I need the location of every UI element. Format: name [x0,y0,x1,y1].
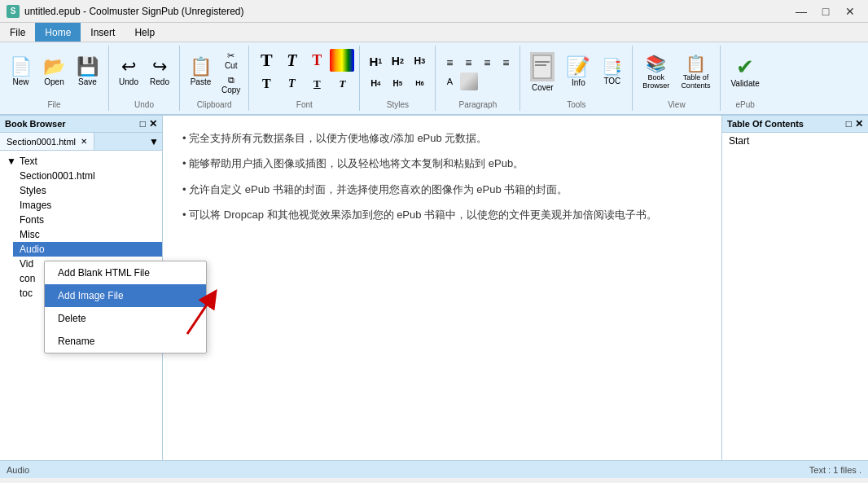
tree-item-images[interactable]: Images [13,198,162,213]
paste-label: Paste [191,77,212,86]
font-t5-button[interactable]: T [254,72,278,95]
menu-help[interactable]: Help [125,23,164,42]
app-icon: S [7,5,20,18]
ribbon-group-font: T T T T T T T Font [249,46,360,111]
title-bar: S untitled.epub - Coolmuster SignPub (Un… [0,0,868,23]
paragraph-group-label: Paragraph [441,99,515,111]
tree-item-text[interactable]: ▼ Text [0,154,162,169]
book-browser-header: Book Browser □ ✕ [0,116,162,133]
tree-item-fonts[interactable]: Fonts [13,213,162,227]
panel-minimize-button[interactable]: □ [140,118,146,130]
section-tab-close[interactable]: ✕ [81,137,87,146]
copy-button[interactable]: ⧉ Copy [218,73,243,96]
ctx-add-blank-html[interactable]: Add Blank HTML File [45,261,206,284]
h2-button[interactable]: H2 [387,50,408,72]
font-t1-button[interactable]: T [254,49,278,72]
tree-item-styles[interactable]: Styles [13,183,162,198]
info-icon: 📝 [566,57,590,77]
tree-item-audio[interactable]: Audio [13,242,162,257]
book-browser-button[interactable]: 📚 BookBrowser [638,53,674,92]
ribbon-group-paragraph: ≡ ≡ ≡ ≡ A Paragraph [436,46,520,111]
info-label: Info [572,78,585,87]
font-color-button[interactable] [330,49,354,72]
toc-minimize-button[interactable]: □ [846,118,852,130]
info-button[interactable]: 📝 Info [561,55,595,90]
tree-item-section[interactable]: Section0001.html [13,169,162,183]
paste-button[interactable]: 📋 Paste [185,55,217,89]
maximize-button[interactable]: □ [814,2,837,20]
tree-item-styles-label: Styles [20,185,46,196]
tools-group-label: Tools [525,99,627,111]
menu-home[interactable]: Home [35,23,81,42]
tree-item-section-label: Section0001.html [20,170,95,182]
cut-button[interactable]: ✂ Cut [218,49,243,72]
ribbon: 📄 New 📂 Open 💾 Save File ↩ Undo [0,42,868,116]
toc-controls: □ ✕ [846,118,863,130]
toc-label: TOC [603,77,620,86]
tree-item-label: Text [20,156,37,167]
font-t6-button[interactable]: T [279,72,304,95]
section-tab-label: Section0001.html [7,137,76,147]
clipboard-group-items: 📋 Paste ✂ Cut ⧉ Copy [185,46,243,99]
redo-button[interactable]: ↪ Redo [145,55,174,89]
table-contents-button[interactable]: 📋 Table ofContents [676,53,715,92]
undo-button[interactable]: ↩ Undo [114,55,143,89]
editor-content[interactable]: • 完全支持所有元数据条目，以便方便地修改/添加 ePub 元数据。 • 能够帮… [163,116,721,460]
format-table-button[interactable]: A [441,72,458,90]
tab-scroll-button[interactable]: ▼ [146,133,162,150]
epub-group-items: ✔ Validate [726,46,764,99]
close-button[interactable]: ✕ [839,2,861,20]
copy-label: Copy [221,86,240,94]
toc-close-button[interactable]: ✕ [855,118,863,130]
tree-item-audio-label: Audio [20,244,45,255]
clipboard-group-label: Clipboard [185,99,243,111]
save-icon: 💾 [77,58,99,76]
panel-close-button[interactable]: ✕ [149,118,157,130]
align-left-button[interactable]: ≡ [441,54,458,72]
align-center-button[interactable]: ≡ [459,54,477,72]
font-t8-button[interactable]: T [330,72,354,95]
toc-item-start[interactable]: Start [722,133,868,149]
cut-icon: ✂ [227,50,235,61]
font-t2-button[interactable]: T [279,49,304,72]
section-tab[interactable]: Section0001.html ✕ [0,133,94,150]
expand-icon: ▼ [7,156,16,167]
menu-insert[interactable]: Insert [81,23,125,42]
h1-button[interactable]: H1 [365,50,386,72]
ribbon-group-clipboard: 📋 Paste ✂ Cut ⧉ Copy Clipboard [180,46,249,111]
toc-button[interactable]: 📑 TOC [597,56,627,88]
ribbon-group-undo: ↩ Undo ↪ Redo Undo [109,46,180,111]
tree-item-misc[interactable]: Misc [13,227,162,242]
new-button[interactable]: 📄 New [5,55,37,89]
font-group-items: T T T T T T T [254,46,354,99]
font-t7-button[interactable]: T [305,72,329,95]
font-t3-button[interactable]: T [305,49,329,72]
align-justify-button[interactable]: ≡ [497,54,515,72]
styles-group-items: H1 H2 H3 H4 H5 H6 [365,46,430,99]
context-arrow [179,289,228,340]
save-button[interactable]: 💾 Save [72,55,103,89]
background-color-button[interactable] [460,72,478,90]
menu-file[interactable]: File [0,23,35,42]
h3-button[interactable]: H3 [409,50,430,72]
editor-line-2: • 能够帮助用户插入图像或插图，以及轻松地将文本复制和粘贴到 ePub。 [182,154,702,173]
ribbon-group-file: 📄 New 📂 Open 💾 Save File [0,46,109,111]
open-button[interactable]: 📂 Open [38,55,70,89]
svg-rect-2 [535,64,546,66]
align-right-button[interactable]: ≡ [478,54,496,72]
toc-panel: Table Of Contents □ ✕ Start [721,116,868,460]
title-bar-left: S untitled.epub - Coolmuster SignPub (Un… [7,5,243,18]
redo-icon: ↪ [152,58,167,76]
tree-item-fonts-label: Fonts [20,214,44,226]
cover-button[interactable]: Cover [525,50,559,94]
svg-rect-0 [533,55,551,78]
validate-label: Validate [730,79,759,88]
paragraph-group-items: ≡ ≡ ≡ ≡ A [441,46,515,99]
toc-title: Table Of Contents [727,119,804,129]
minimize-button[interactable]: ― [790,2,813,20]
h5-button[interactable]: H5 [387,72,408,94]
epub-group-label: ePub [726,99,764,111]
h6-button[interactable]: H6 [409,72,430,94]
validate-button[interactable]: ✔ Validate [726,54,764,90]
h4-button[interactable]: H4 [365,72,386,94]
